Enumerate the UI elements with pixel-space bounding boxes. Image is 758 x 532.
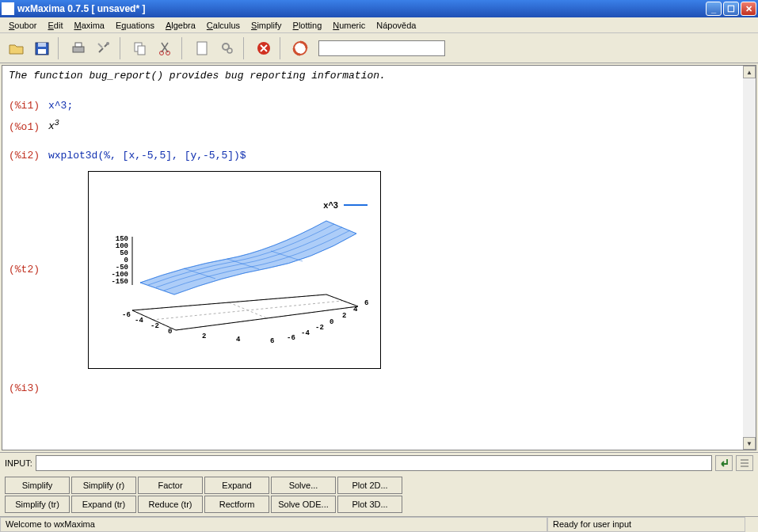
plot-3d: x^3 150 100 50 0 -50 -100 -150	[88, 171, 381, 369]
btn-plot2d[interactable]: Plot 2D...	[337, 477, 402, 494]
toolbar-input[interactable]	[318, 40, 445, 56]
btn-rectform[interactable]: Rectform	[204, 496, 269, 513]
help-button[interactable]	[288, 36, 312, 60]
cell-label: (%o1)	[9, 120, 48, 135]
btn-simplify-r[interactable]: Simplify (r)	[71, 477, 136, 494]
svg-rect-10	[197, 42, 207, 55]
window-controls: _ ☐ ✕	[706, 2, 756, 16]
btn-simplify[interactable]: Simplify	[5, 477, 70, 494]
prefs-button[interactable]	[92, 36, 116, 60]
cut-button[interactable]	[154, 36, 177, 60]
stop-button[interactable]	[252, 36, 276, 60]
button-panel: Simplify Simplify (r) Factor Expand Solv…	[0, 473, 758, 516]
new-button[interactable]	[190, 36, 214, 60]
status-right: Ready for user input	[547, 517, 745, 532]
svg-text:6: 6	[270, 337, 274, 345]
svg-text:0: 0	[168, 328, 172, 336]
maximize-button[interactable]: ☐	[723, 2, 739, 16]
cell-t2: (%t2) x^3 150 100 50 0 -50 -100 -150	[9, 171, 737, 369]
btn-expand[interactable]: Expand	[204, 477, 269, 494]
workspace: The function bug_report() provides bug r…	[2, 65, 756, 450]
btn-plot3d[interactable]: Plot 3D...	[337, 496, 402, 513]
toolbar	[0, 33, 758, 63]
btn-solve[interactable]: Solve...	[271, 477, 336, 494]
svg-rect-3	[73, 47, 84, 52]
resize-grip[interactable]	[745, 517, 758, 532]
menu-simplify[interactable]: Simplify	[246, 19, 288, 32]
open-button[interactable]	[5, 36, 29, 60]
svg-text:0: 0	[329, 318, 333, 326]
cell-label: (%i1)	[9, 99, 48, 113]
command-input[interactable]	[36, 455, 712, 471]
cell-i3: (%i3)	[9, 382, 737, 396]
surface	[140, 221, 356, 294]
menu-plotting[interactable]: Plotting	[288, 19, 328, 32]
svg-rect-2	[38, 49, 46, 54]
intro-text: The function bug_report() provides bug r…	[9, 69, 737, 83]
cell-input: wxplot3d(%, [x,-5,5], [y,-5,5])$	[48, 149, 246, 163]
svg-rect-1	[38, 43, 46, 47]
menu-equations[interactable]: Equations	[110, 19, 160, 32]
btn-reduce-tr[interactable]: Reduce (tr)	[138, 496, 203, 513]
plot-svg: x^3 150 100 50 0 -50 -100 -150	[89, 172, 380, 368]
svg-line-30	[326, 294, 358, 306]
button-row-2: Simplify (tr) Expand (tr) Reduce (tr) Re…	[5, 496, 753, 513]
input-row: INPUT:	[0, 452, 758, 473]
svg-point-12	[227, 48, 232, 53]
menu-bar: Soubor Edit Maxima Equations Algebra Cal…	[0, 17, 758, 33]
svg-text:2: 2	[202, 332, 206, 340]
scroll-down-button[interactable]: ▼	[743, 437, 756, 450]
svg-text:4: 4	[236, 336, 241, 344]
status-left: Welcome to wxMaxima	[0, 517, 547, 532]
cell-label: (%i2)	[9, 149, 48, 163]
input-label: INPUT:	[5, 458, 32, 468]
cell-i2: (%i2) wxplot3d(%, [x,-5,5], [y,-5,5])$	[9, 149, 737, 163]
document-area[interactable]: The function bug_report() provides bug r…	[2, 66, 743, 450]
menu-numeric[interactable]: Numeric	[327, 19, 371, 32]
copy-button[interactable]	[128, 36, 152, 60]
svg-text:6: 6	[364, 299, 368, 307]
menu-algebra[interactable]: Algebra	[160, 19, 201, 32]
svg-text:-6: -6	[287, 334, 295, 342]
minimize-button[interactable]: _	[706, 2, 722, 16]
button-row-1: Simplify Simplify (r) Factor Expand Solv…	[5, 477, 753, 494]
svg-text:2: 2	[342, 312, 346, 320]
svg-line-29	[132, 294, 326, 310]
menu-maxima[interactable]: Maxima	[68, 19, 110, 32]
title-bar: wxMaxima 0.7.5 [ unsaved* ] _ ☐ ✕	[0, 0, 758, 17]
legend-label: x^3	[323, 200, 338, 210]
svg-point-5	[106, 42, 109, 45]
status-bar: Welcome to wxMaxima Ready for user input	[0, 516, 758, 532]
cell-o1: (%o1) x3	[9, 118, 737, 135]
menu-edit[interactable]: Edit	[42, 19, 68, 32]
scroll-up-button[interactable]: ▲	[743, 66, 756, 78]
gear-button[interactable]	[215, 36, 239, 60]
svg-line-28	[152, 301, 342, 320]
close-button[interactable]: ✕	[741, 2, 756, 16]
svg-text:-150: -150	[111, 278, 128, 286]
menu-napoveda[interactable]: Nápověda	[371, 19, 421, 32]
svg-text:4: 4	[353, 306, 358, 314]
list-button[interactable]	[736, 455, 753, 471]
cell-input: x^3;	[48, 99, 73, 113]
scroll-track[interactable]	[743, 78, 756, 437]
cell-label: (%t2)	[9, 263, 48, 277]
menu-calculus[interactable]: Calculus	[201, 19, 246, 32]
btn-solve-ode[interactable]: Solve ODE...	[271, 496, 336, 513]
btn-factor[interactable]: Factor	[138, 477, 203, 494]
print-button[interactable]	[67, 36, 90, 60]
save-button[interactable]	[30, 36, 54, 60]
btn-expand-tr[interactable]: Expand (tr)	[71, 496, 136, 513]
svg-rect-4	[75, 43, 82, 47]
window-title: wxMaxima 0.7.5 [ unsaved* ]	[17, 3, 706, 14]
vertical-scrollbar[interactable]: ▲ ▼	[743, 66, 756, 450]
svg-rect-7	[138, 46, 145, 55]
enter-button[interactable]	[715, 455, 733, 471]
svg-text:-2: -2	[150, 322, 159, 330]
svg-text:-6: -6	[122, 311, 131, 319]
app-icon	[2, 2, 14, 15]
menu-soubor[interactable]: Soubor	[3, 19, 42, 32]
btn-simplify-tr[interactable]: Simplify (tr)	[5, 496, 70, 513]
cell-output: x3	[48, 118, 59, 135]
svg-text:-4: -4	[135, 317, 143, 325]
